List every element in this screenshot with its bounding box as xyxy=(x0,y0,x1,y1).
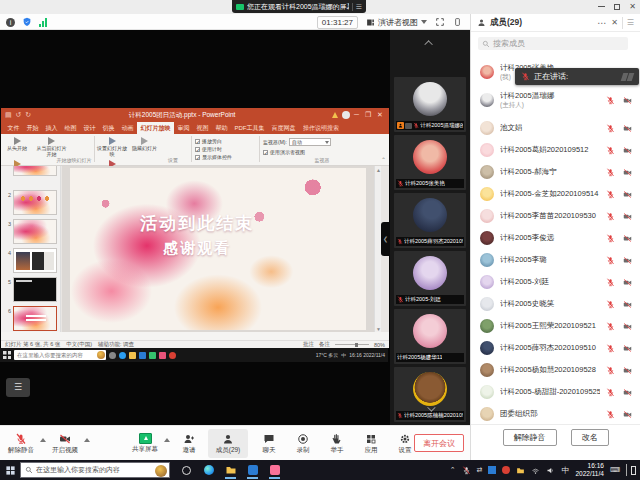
mic-muted-icon[interactable] xyxy=(606,388,615,397)
restore-button[interactable] xyxy=(614,4,620,10)
scroll-up-chevron[interactable] xyxy=(418,38,442,48)
security-shield-icon[interactable] xyxy=(22,17,32,27)
slide-scrollbar[interactable]: ▲▼ xyxy=(374,166,381,332)
cortana-icon[interactable] xyxy=(180,462,193,478)
timings-checkbox[interactable]: ✓使用计时 xyxy=(195,146,257,152)
mic-muted-icon[interactable] xyxy=(606,146,615,155)
blue-app-icon[interactable] xyxy=(139,352,146,359)
ppt-title-bar[interactable]: ▤ ↺ ↻ 计科2005团日活动.pptx - PowerPoint ─ ❐ ✕ xyxy=(1,108,389,122)
from-current-button[interactable]: 从当前幻灯片开始 xyxy=(34,135,68,158)
view-mode-selector[interactable]: 演讲者视图 xyxy=(366,17,427,28)
mic-muted-icon[interactable] xyxy=(606,256,615,265)
member-row[interactable]: 计科2005杨如慧2020109528 xyxy=(471,359,640,381)
share-options-chevron[interactable] xyxy=(164,438,170,442)
panel-menu-icon[interactable]: ☰ xyxy=(627,18,634,27)
camera-off-icon[interactable] xyxy=(623,344,632,353)
tab-slideshow[interactable]: 幻灯片放映 xyxy=(137,122,174,134)
scroll-down-chevron[interactable] xyxy=(418,404,442,414)
slide-thumbnail-2[interactable] xyxy=(13,190,57,215)
clock[interactable]: 16:16 2022/11/4 xyxy=(575,462,603,478)
green-app-icon[interactable] xyxy=(149,352,156,359)
banner-list-icon[interactable]: ☰ xyxy=(356,3,362,11)
mic-muted-icon[interactable] xyxy=(606,168,615,177)
video-tile[interactable]: 计科2005杨建华11 xyxy=(394,309,466,364)
edge-icon[interactable] xyxy=(119,352,126,359)
member-row[interactable]: 计科2005-金芝如2020109514 xyxy=(471,183,640,205)
taskbar-search-box[interactable]: 在这里输入你要搜索的内容 xyxy=(20,462,170,478)
member-row[interactable]: 计科2005-刘廷 xyxy=(471,271,640,293)
tab-pdf-tools[interactable]: PDF工具集 xyxy=(231,122,268,134)
member-row[interactable]: 计科2005葛娟2020109512 xyxy=(471,139,640,161)
file-explorer-icon[interactable] xyxy=(129,352,136,359)
mic-muted-icon[interactable] xyxy=(606,278,615,287)
camera-off-icon[interactable] xyxy=(623,96,632,105)
camera-off-icon[interactable] xyxy=(623,410,632,419)
unmute-all-button[interactable]: 解除静音 xyxy=(503,429,557,446)
camera-off-icon[interactable] xyxy=(623,278,632,287)
camera-off-icon[interactable] xyxy=(623,322,632,331)
tab-help[interactable]: 帮助 xyxy=(212,122,231,134)
media-controls-checkbox[interactable]: ✓显示媒体控件 xyxy=(195,154,257,160)
camera-off-icon[interactable] xyxy=(623,256,632,265)
monitor-dropdown[interactable]: 自动 xyxy=(289,138,331,146)
presenter-view-checkbox[interactable]: ✓使用演示者视图 xyxy=(263,149,381,155)
tray-mic-icon[interactable] xyxy=(462,466,471,475)
mic-muted-icon[interactable] xyxy=(606,96,615,105)
camera-off-icon[interactable] xyxy=(623,234,632,243)
weather-indicator[interactable]: 17°C 多云 xyxy=(316,352,339,358)
ime-indicator[interactable]: 中 xyxy=(561,465,569,476)
slide-thumbnail-5[interactable] xyxy=(13,277,57,302)
account-avatar[interactable] xyxy=(342,111,350,119)
tray-sync-icon[interactable]: ⇄ xyxy=(477,466,483,474)
mic-muted-icon[interactable] xyxy=(606,410,615,419)
video-tile-presenter[interactable]: 计科2005温瑞娜的.. xyxy=(394,77,466,132)
invite-button[interactable]: 邀请 xyxy=(172,429,206,458)
collapse-ribbon-icon[interactable]: ⌃ xyxy=(381,156,386,163)
tab-file[interactable]: 文件 xyxy=(4,122,23,134)
meeting-info-icon[interactable]: i xyxy=(6,18,15,27)
mic-muted-icon[interactable] xyxy=(606,212,615,221)
from-beginning-button[interactable]: 从头开始 xyxy=(4,135,30,152)
screen-share-banner[interactable]: 您正在观看计科2005温瑞娜的屏幕 ☰ xyxy=(232,0,366,13)
mic-muted-icon[interactable] xyxy=(606,322,615,331)
volume-icon[interactable] xyxy=(546,466,555,475)
file-explorer-icon[interactable] xyxy=(224,462,237,478)
camera-off-icon[interactable] xyxy=(623,388,632,397)
video-tile[interactable]: 计科2005薛羽杰2020109510 xyxy=(394,193,466,248)
tab-baidu-pan[interactable]: 百度网盘 xyxy=(268,122,299,134)
red-app-icon[interactable] xyxy=(169,352,176,359)
rename-button[interactable]: 改名 xyxy=(571,429,609,446)
record-button[interactable]: 录制 xyxy=(286,429,320,458)
raise-hand-button[interactable]: 举手 xyxy=(320,429,354,458)
leave-meeting-button[interactable]: 离开会议 xyxy=(414,434,464,452)
minimize-button[interactable] xyxy=(598,6,605,7)
meeting-app-icon[interactable] xyxy=(246,462,259,478)
start-button-icon[interactable] xyxy=(3,351,11,359)
collapse-panel-tab[interactable]: ❮ xyxy=(381,222,390,256)
members-button[interactable]: 成员(29) xyxy=(208,429,248,458)
tab-insert[interactable]: 插入 xyxy=(42,122,61,134)
camera-off-icon[interactable] xyxy=(623,124,632,133)
close-button[interactable]: ✕ xyxy=(629,3,636,11)
tab-review[interactable]: 审阅 xyxy=(174,122,193,134)
share-screen-button[interactable]: 共享屏幕 xyxy=(128,429,162,458)
tray-expand-chevron[interactable]: ⌃ xyxy=(450,466,456,474)
member-search-box[interactable]: 搜索成员 xyxy=(478,37,628,50)
edge-icon[interactable] xyxy=(202,462,215,478)
mic-muted-icon[interactable] xyxy=(606,124,615,133)
camera-off-icon[interactable] xyxy=(623,168,632,177)
member-row[interactable]: 计科2005李璐 xyxy=(471,249,640,271)
tab-view[interactable]: 视图 xyxy=(193,122,212,134)
start-video-button[interactable]: 开启视频 xyxy=(48,429,82,458)
member-row[interactable]: 计科2005李俊远 xyxy=(471,227,640,249)
member-row[interactable]: 计科2005李苗苗2020109530 xyxy=(471,205,640,227)
fullscreen-icon[interactable] xyxy=(435,17,445,27)
camera-off-icon[interactable] xyxy=(623,212,632,221)
mic-options-chevron[interactable] xyxy=(40,438,46,442)
camera-off-icon[interactable] xyxy=(623,366,632,375)
setup-show-button[interactable]: 设置幻灯片放映 xyxy=(97,135,127,158)
mic-muted-icon[interactable] xyxy=(606,366,615,375)
close-panel-icon[interactable]: ✕ xyxy=(611,18,618,27)
hide-slide-button[interactable]: 隐藏幻灯片 xyxy=(131,135,157,152)
member-row[interactable]: 计科2005薛羽杰2020109510 xyxy=(471,337,640,359)
